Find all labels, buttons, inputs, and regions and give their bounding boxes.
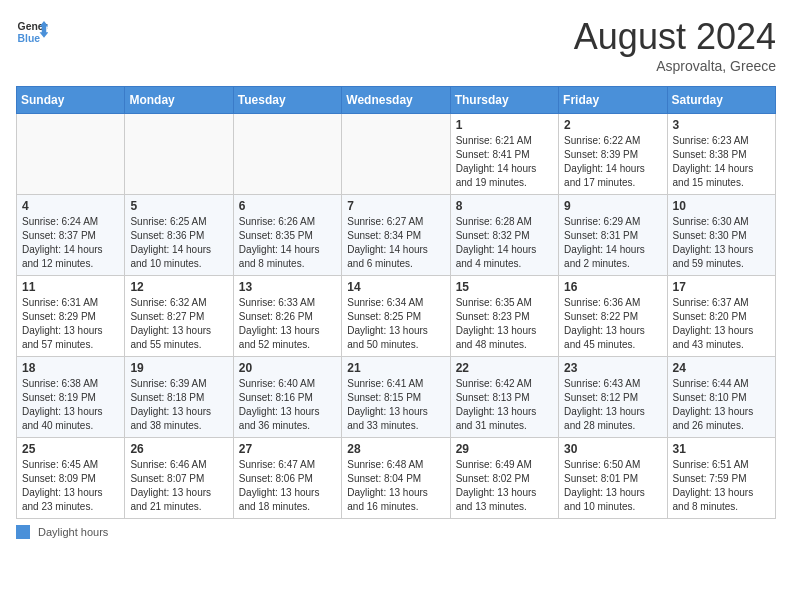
calendar-cell: 22Sunrise: 6:42 AM Sunset: 8:13 PM Dayli… — [450, 357, 558, 438]
weekday-header-row: SundayMondayTuesdayWednesdayThursdayFrid… — [17, 87, 776, 114]
calendar-cell: 6Sunrise: 6:26 AM Sunset: 8:35 PM Daylig… — [233, 195, 341, 276]
cell-content: Sunrise: 6:21 AM Sunset: 8:41 PM Dayligh… — [456, 134, 553, 190]
weekday-wednesday: Wednesday — [342, 87, 450, 114]
calendar-cell: 17Sunrise: 6:37 AM Sunset: 8:20 PM Dayli… — [667, 276, 775, 357]
calendar-cell: 14Sunrise: 6:34 AM Sunset: 8:25 PM Dayli… — [342, 276, 450, 357]
day-number: 29 — [456, 442, 553, 456]
weekday-tuesday: Tuesday — [233, 87, 341, 114]
calendar-table: SundayMondayTuesdayWednesdayThursdayFrid… — [16, 86, 776, 519]
svg-text:Blue: Blue — [18, 33, 41, 44]
calendar-cell: 11Sunrise: 6:31 AM Sunset: 8:29 PM Dayli… — [17, 276, 125, 357]
day-number: 4 — [22, 199, 119, 213]
title-block: August 2024 Asprovalta, Greece — [574, 16, 776, 74]
calendar-cell: 19Sunrise: 6:39 AM Sunset: 8:18 PM Dayli… — [125, 357, 233, 438]
calendar-cell: 10Sunrise: 6:30 AM Sunset: 8:30 PM Dayli… — [667, 195, 775, 276]
cell-content: Sunrise: 6:51 AM Sunset: 7:59 PM Dayligh… — [673, 458, 770, 514]
day-number: 17 — [673, 280, 770, 294]
logo: General Blue — [16, 16, 48, 48]
day-number: 3 — [673, 118, 770, 132]
calendar-week-0: 1Sunrise: 6:21 AM Sunset: 8:41 PM Daylig… — [17, 114, 776, 195]
logo-icon: General Blue — [16, 16, 48, 48]
calendar-cell: 4Sunrise: 6:24 AM Sunset: 8:37 PM Daylig… — [17, 195, 125, 276]
day-number: 6 — [239, 199, 336, 213]
cell-content: Sunrise: 6:48 AM Sunset: 8:04 PM Dayligh… — [347, 458, 444, 514]
weekday-sunday: Sunday — [17, 87, 125, 114]
calendar-week-2: 11Sunrise: 6:31 AM Sunset: 8:29 PM Dayli… — [17, 276, 776, 357]
calendar-week-1: 4Sunrise: 6:24 AM Sunset: 8:37 PM Daylig… — [17, 195, 776, 276]
day-number: 10 — [673, 199, 770, 213]
day-number: 21 — [347, 361, 444, 375]
day-number: 20 — [239, 361, 336, 375]
calendar-cell: 26Sunrise: 6:46 AM Sunset: 8:07 PM Dayli… — [125, 438, 233, 519]
calendar-cell: 7Sunrise: 6:27 AM Sunset: 8:34 PM Daylig… — [342, 195, 450, 276]
calendar-cell: 2Sunrise: 6:22 AM Sunset: 8:39 PM Daylig… — [559, 114, 667, 195]
day-number: 2 — [564, 118, 661, 132]
calendar-cell: 15Sunrise: 6:35 AM Sunset: 8:23 PM Dayli… — [450, 276, 558, 357]
calendar-cell: 18Sunrise: 6:38 AM Sunset: 8:19 PM Dayli… — [17, 357, 125, 438]
cell-content: Sunrise: 6:31 AM Sunset: 8:29 PM Dayligh… — [22, 296, 119, 352]
calendar-cell: 9Sunrise: 6:29 AM Sunset: 8:31 PM Daylig… — [559, 195, 667, 276]
cell-content: Sunrise: 6:25 AM Sunset: 8:36 PM Dayligh… — [130, 215, 227, 271]
cell-content: Sunrise: 6:46 AM Sunset: 8:07 PM Dayligh… — [130, 458, 227, 514]
day-number: 16 — [564, 280, 661, 294]
calendar-cell: 27Sunrise: 6:47 AM Sunset: 8:06 PM Dayli… — [233, 438, 341, 519]
day-number: 8 — [456, 199, 553, 213]
calendar-cell — [17, 114, 125, 195]
month-year: August 2024 — [574, 16, 776, 58]
cell-content: Sunrise: 6:40 AM Sunset: 8:16 PM Dayligh… — [239, 377, 336, 433]
location: Asprovalta, Greece — [574, 58, 776, 74]
day-number: 9 — [564, 199, 661, 213]
cell-content: Sunrise: 6:33 AM Sunset: 8:26 PM Dayligh… — [239, 296, 336, 352]
cell-content: Sunrise: 6:43 AM Sunset: 8:12 PM Dayligh… — [564, 377, 661, 433]
day-number: 7 — [347, 199, 444, 213]
calendar-cell — [125, 114, 233, 195]
page-header: General Blue August 2024 Asprovalta, Gre… — [16, 16, 776, 74]
day-number: 27 — [239, 442, 336, 456]
day-number: 25 — [22, 442, 119, 456]
cell-content: Sunrise: 6:49 AM Sunset: 8:02 PM Dayligh… — [456, 458, 553, 514]
cell-content: Sunrise: 6:42 AM Sunset: 8:13 PM Dayligh… — [456, 377, 553, 433]
day-number: 15 — [456, 280, 553, 294]
calendar-cell: 13Sunrise: 6:33 AM Sunset: 8:26 PM Dayli… — [233, 276, 341, 357]
cell-content: Sunrise: 6:37 AM Sunset: 8:20 PM Dayligh… — [673, 296, 770, 352]
day-number: 30 — [564, 442, 661, 456]
calendar-cell: 16Sunrise: 6:36 AM Sunset: 8:22 PM Dayli… — [559, 276, 667, 357]
daylight-label: Daylight hours — [38, 526, 108, 538]
calendar-cell: 29Sunrise: 6:49 AM Sunset: 8:02 PM Dayli… — [450, 438, 558, 519]
day-number: 12 — [130, 280, 227, 294]
calendar-cell: 25Sunrise: 6:45 AM Sunset: 8:09 PM Dayli… — [17, 438, 125, 519]
footer-note: Daylight hours — [16, 525, 776, 539]
calendar-cell: 8Sunrise: 6:28 AM Sunset: 8:32 PM Daylig… — [450, 195, 558, 276]
cell-content: Sunrise: 6:45 AM Sunset: 8:09 PM Dayligh… — [22, 458, 119, 514]
calendar-week-4: 25Sunrise: 6:45 AM Sunset: 8:09 PM Dayli… — [17, 438, 776, 519]
calendar-cell — [233, 114, 341, 195]
day-number: 23 — [564, 361, 661, 375]
calendar-cell: 23Sunrise: 6:43 AM Sunset: 8:12 PM Dayli… — [559, 357, 667, 438]
weekday-thursday: Thursday — [450, 87, 558, 114]
day-number: 13 — [239, 280, 336, 294]
cell-content: Sunrise: 6:36 AM Sunset: 8:22 PM Dayligh… — [564, 296, 661, 352]
cell-content: Sunrise: 6:26 AM Sunset: 8:35 PM Dayligh… — [239, 215, 336, 271]
calendar-cell: 3Sunrise: 6:23 AM Sunset: 8:38 PM Daylig… — [667, 114, 775, 195]
day-number: 22 — [456, 361, 553, 375]
cell-content: Sunrise: 6:23 AM Sunset: 8:38 PM Dayligh… — [673, 134, 770, 190]
cell-content: Sunrise: 6:24 AM Sunset: 8:37 PM Dayligh… — [22, 215, 119, 271]
calendar-cell: 30Sunrise: 6:50 AM Sunset: 8:01 PM Dayli… — [559, 438, 667, 519]
weekday-saturday: Saturday — [667, 87, 775, 114]
cell-content: Sunrise: 6:28 AM Sunset: 8:32 PM Dayligh… — [456, 215, 553, 271]
cell-content: Sunrise: 6:30 AM Sunset: 8:30 PM Dayligh… — [673, 215, 770, 271]
cell-content: Sunrise: 6:44 AM Sunset: 8:10 PM Dayligh… — [673, 377, 770, 433]
cell-content: Sunrise: 6:39 AM Sunset: 8:18 PM Dayligh… — [130, 377, 227, 433]
cell-content: Sunrise: 6:50 AM Sunset: 8:01 PM Dayligh… — [564, 458, 661, 514]
calendar-cell — [342, 114, 450, 195]
day-number: 31 — [673, 442, 770, 456]
day-number: 14 — [347, 280, 444, 294]
calendar-cell: 28Sunrise: 6:48 AM Sunset: 8:04 PM Dayli… — [342, 438, 450, 519]
cell-content: Sunrise: 6:41 AM Sunset: 8:15 PM Dayligh… — [347, 377, 444, 433]
cell-content: Sunrise: 6:38 AM Sunset: 8:19 PM Dayligh… — [22, 377, 119, 433]
weekday-monday: Monday — [125, 87, 233, 114]
day-number: 18 — [22, 361, 119, 375]
weekday-friday: Friday — [559, 87, 667, 114]
cell-content: Sunrise: 6:22 AM Sunset: 8:39 PM Dayligh… — [564, 134, 661, 190]
day-number: 5 — [130, 199, 227, 213]
